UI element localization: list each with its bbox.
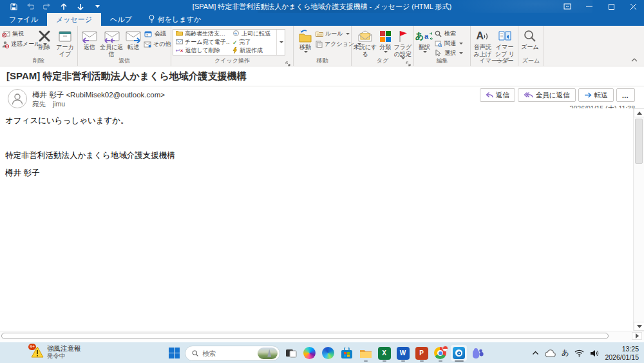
archive-button[interactable]: アーカイブ — [54, 28, 76, 57]
microsoft-store-button[interactable] — [339, 345, 355, 361]
file-explorer-button[interactable] — [357, 345, 374, 361]
tab-file[interactable]: ファイル — [0, 13, 47, 26]
horizontal-scrollbar[interactable] — [0, 331, 644, 340]
collapse-ribbon-icon[interactable] — [631, 53, 638, 64]
translate-button[interactable]: あ a 翻訳 — [415, 28, 433, 53]
close-icon[interactable] — [622, 0, 644, 13]
forward-envelope-icon — [125, 28, 142, 44]
search-input[interactable] — [202, 349, 254, 357]
junk-person-icon — [1, 41, 9, 48]
tell-me-box[interactable]: 何をしますか — [141, 13, 209, 26]
ime-indicator[interactable]: あ — [562, 348, 569, 358]
more-actions-button[interactable]: … — [616, 88, 636, 102]
reply-all-envelope-icon — [103, 28, 120, 44]
powerpoint-icon: P — [415, 347, 428, 360]
task-view-button[interactable] — [283, 345, 299, 361]
file-explorer-icon — [359, 348, 372, 358]
delete-button[interactable]: 削除 — [35, 28, 54, 51]
sender-name-email[interactable]: 樽井 彰子 <RubiMisek02@outlook.com> — [32, 90, 165, 100]
find-button[interactable]: 検索 — [433, 30, 466, 38]
excel-button[interactable]: X — [376, 345, 392, 361]
move-down-icon[interactable] — [73, 1, 88, 12]
forward-header-button[interactable]: 転送 — [578, 88, 614, 102]
message-body[interactable]: オフィスにいらっしゃいますか。 特定非営利活動法人かまくら地域介護支援機構 樽井… — [0, 108, 633, 331]
undo-icon[interactable] — [23, 1, 37, 12]
vertical-scrollbar[interactable] — [633, 108, 644, 331]
start-button[interactable] — [166, 345, 182, 361]
outlook-button[interactable] — [451, 345, 467, 361]
redo-icon[interactable] — [40, 1, 54, 12]
widget-title: 強風注意報 — [47, 344, 81, 352]
tab-help[interactable]: ヘルプ — [101, 13, 141, 26]
quick-step-item[interactable]: チーム宛て電子… — [173, 38, 230, 46]
horizontal-scrollbar-thumb[interactable] — [1, 333, 609, 339]
onedrive-cloud-icon[interactable] — [545, 349, 556, 357]
quick-steps-more-button[interactable] — [276, 30, 285, 55]
teams-button[interactable] — [469, 345, 486, 361]
reply-all-button[interactable]: 全員に返信 — [99, 28, 123, 57]
chrome-button[interactable] — [432, 345, 448, 361]
customize-qat-icon[interactable] — [90, 1, 104, 12]
quick-step-item[interactable]: 新規作成 — [230, 46, 276, 55]
taskbar-clock[interactable]: 13:25 2026/01/15 — [605, 345, 639, 362]
maximize-icon[interactable] — [600, 0, 622, 13]
vertical-scrollbar-thumb[interactable] — [635, 119, 643, 164]
move-up-icon[interactable] — [57, 1, 71, 12]
hidden-icons-chevron-icon[interactable] — [532, 351, 539, 355]
message-header: [SPAM] 特定非営利活動法人かまくら地域介護支援機構 樽井 彰子 <Rubi… — [0, 66, 644, 108]
wifi-icon[interactable] — [574, 349, 584, 357]
mark-unread-button[interactable]: 未読にする — [353, 28, 377, 57]
to-recipient[interactable]: jimu — [53, 100, 65, 108]
chevron-down-icon — [423, 51, 427, 53]
taskbar-search[interactable] — [185, 346, 280, 361]
reply-all-header-button[interactable]: 全員に返信 — [518, 88, 576, 102]
tab-message[interactable]: メッセージ — [47, 13, 101, 26]
magnifier-icon — [524, 28, 536, 44]
save-icon[interactable] — [6, 1, 21, 12]
volume-icon[interactable] — [590, 349, 599, 357]
rules-button[interactable]: ルール — [316, 30, 349, 38]
copilot-button[interactable] — [301, 345, 317, 361]
edge-button[interactable] — [320, 345, 336, 361]
word-button[interactable]: W — [395, 345, 411, 361]
powerpoint-button[interactable]: P — [413, 345, 430, 361]
quick-step-item[interactable]: ✓ 完了 — [230, 38, 276, 46]
search-highlight-image[interactable] — [258, 348, 278, 359]
ribbon-group-quick-steps: 高齢者生活支… 上司に転送 チーム宛て電子… ✓ 完了 ↩× 返信して削除 — [171, 26, 294, 66]
junk-mail-button[interactable]: 迷惑メール — [1, 40, 35, 48]
body-line: オフィスにいらっしゃいますか。 — [5, 115, 628, 126]
ignore-button[interactable]: 無視 — [1, 30, 35, 38]
minimize-icon[interactable] — [578, 0, 600, 13]
task-view-icon — [285, 348, 297, 358]
move-button[interactable]: 移動 — [295, 28, 316, 53]
actions-button[interactable]: アクション — [316, 40, 349, 48]
quick-step-label: 完了 — [240, 38, 251, 46]
scroll-right-icon[interactable] — [632, 332, 642, 340]
categorize-button[interactable]: 分類 — [377, 28, 393, 53]
forward-button[interactable]: 転送 — [124, 28, 144, 51]
widgets-button[interactable]: 9+ 強風注意報 発令中 — [31, 344, 81, 359]
reply-button[interactable]: 返信 — [79, 28, 99, 51]
meeting-button[interactable]: 会議 — [144, 30, 169, 38]
sender-avatar[interactable] — [8, 89, 27, 108]
clock-date: 2026/01/15 — [605, 353, 639, 362]
more-respond-button[interactable]: その他 — [144, 40, 169, 48]
reply-header-button[interactable]: 返信 — [480, 88, 515, 102]
zoom-button[interactable]: ズーム — [520, 28, 540, 51]
ribbon-display-options-icon[interactable] — [556, 0, 578, 13]
button-label: フラグの設定 — [393, 44, 412, 57]
quick-step-item[interactable]: ↩× 返信して削除 — [173, 46, 230, 55]
related-button[interactable]: 関連 — [433, 39, 466, 48]
quick-step-item[interactable]: 上司に転送 — [230, 30, 276, 38]
quick-step-item[interactable]: 高齢者生活支… — [173, 30, 230, 38]
chrome-icon — [434, 347, 446, 359]
scroll-down-icon[interactable] — [634, 322, 644, 331]
button-label: 転送 — [128, 44, 139, 51]
follow-up-flag-button[interactable]: フラグの設定 — [393, 28, 412, 59]
scroll-up-icon[interactable] — [634, 108, 644, 117]
read-aloud-button[interactable]: A 音声読み上げ — [472, 28, 493, 57]
ribbon-group-immersive: A 音声読み上げ イマーシブ リーダー イマーシブ — [471, 26, 518, 66]
chevron-down-icon — [304, 51, 308, 53]
store-icon — [341, 348, 353, 359]
group-label: イマーシブ — [471, 57, 518, 65]
